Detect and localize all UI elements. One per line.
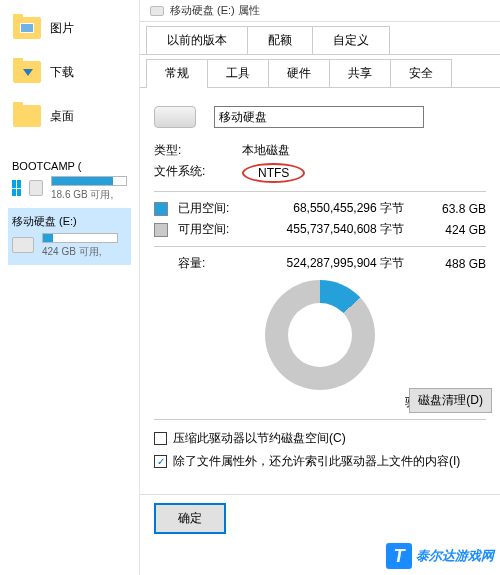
sidebar-item-pictures[interactable]: 图片: [8, 10, 131, 46]
watermark-logo: T 泰尔达游戏网: [386, 543, 494, 569]
index-checkbox[interactable]: ✓: [154, 455, 167, 468]
tabs-row-bottom: 常规 工具 硬件 共享 安全: [140, 55, 500, 88]
logo-icon: T: [386, 543, 412, 569]
ok-button[interactable]: 确定: [154, 503, 226, 534]
drive-subtext: 18.6 GB 可用,: [51, 188, 127, 202]
tab-sharing[interactable]: 共享: [329, 59, 391, 87]
drive-icon: [150, 6, 164, 16]
drive-icon: [12, 237, 34, 253]
drive-usage-bar: [51, 176, 127, 186]
tab-tools[interactable]: 工具: [207, 59, 269, 87]
explorer-sidebar: 图片 下载 桌面 BOOTCAMP ( 18.6 GB 可用,: [0, 0, 140, 575]
used-human: 63.8 GB: [426, 202, 486, 216]
drive-subtext: 424 GB 可用,: [42, 245, 118, 259]
filesystem-label: 文件系统:: [154, 163, 214, 183]
nav-label: 下载: [50, 64, 74, 81]
device-icon: [154, 106, 196, 128]
free-label: 可用空间:: [178, 221, 238, 238]
tab-general[interactable]: 常规: [146, 59, 208, 87]
used-color-swatch: [154, 202, 168, 216]
drive-usage-bar: [42, 233, 118, 243]
dialog-footer: 确定: [140, 494, 500, 534]
sidebar-item-desktop[interactable]: 桌面: [8, 98, 131, 134]
usage-donut-chart: [265, 280, 375, 390]
tab-customize[interactable]: 自定义: [312, 26, 390, 54]
capacity-label: 容量:: [178, 255, 238, 272]
windows-logo-icon: [12, 180, 21, 196]
properties-dialog: 移动硬盘 (E:) 属性 以前的版本 配额 自定义 常规 工具 硬件 共享 安全…: [140, 0, 500, 575]
tab-previous-versions[interactable]: 以前的版本: [146, 26, 248, 54]
sidebar-item-downloads[interactable]: 下载: [8, 54, 131, 90]
folder-downloads-icon: [12, 60, 42, 84]
drive-name: 移动硬盘 (E:): [12, 214, 127, 229]
drive-icon: [29, 180, 43, 196]
free-color-swatch: [154, 223, 168, 237]
type-label: 类型:: [154, 142, 214, 159]
drive-name-input[interactable]: [214, 106, 424, 128]
dialog-titlebar: 移动硬盘 (E:) 属性: [140, 0, 500, 22]
dialog-title: 移动硬盘 (E:) 属性: [170, 3, 260, 18]
watermark-text: 泰尔达游戏网: [416, 547, 494, 565]
filesystem-value: NTFS: [242, 163, 305, 183]
free-bytes: 455,737,540,608 字节: [248, 221, 416, 238]
compress-checkbox[interactable]: [154, 432, 167, 445]
free-human: 424 GB: [426, 223, 486, 237]
disk-cleanup-button[interactable]: 磁盘清理(D): [409, 388, 492, 413]
index-label: 除了文件属性外，还允许索引此驱动器上文件的内容(I): [173, 453, 460, 470]
compress-label: 压缩此驱动器以节约磁盘空间(C): [173, 430, 346, 447]
nav-label: 图片: [50, 20, 74, 37]
type-value: 本地磁盘: [242, 142, 290, 159]
folder-pictures-icon: [12, 16, 42, 40]
used-label: 已用空间:: [178, 200, 238, 217]
tab-hardware[interactable]: 硬件: [268, 59, 330, 87]
tab-security[interactable]: 安全: [390, 59, 452, 87]
tab-quota[interactable]: 配额: [247, 26, 313, 54]
used-bytes: 68,550,455,296 字节: [248, 200, 416, 217]
folder-desktop-icon: [12, 104, 42, 128]
capacity-human: 488 GB: [426, 257, 486, 271]
drive-item-removable[interactable]: 移动硬盘 (E:) 424 GB 可用,: [8, 208, 131, 265]
nav-label: 桌面: [50, 108, 74, 125]
capacity-bytes: 524,287,995,904 字节: [248, 255, 416, 272]
drive-name: BOOTCAMP (: [12, 160, 127, 172]
tabs-row-top: 以前的版本 配额 自定义: [140, 22, 500, 55]
drive-item-bootcamp[interactable]: BOOTCAMP ( 18.6 GB 可用,: [8, 154, 131, 208]
